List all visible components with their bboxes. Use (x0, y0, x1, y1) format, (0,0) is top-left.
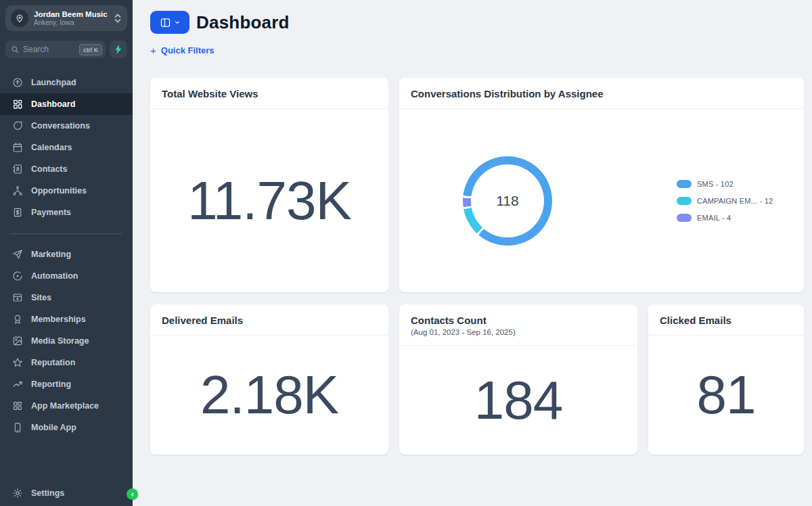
sidebar-item-calendars[interactable]: Calendars (0, 137, 133, 158)
sidebar-item-marketing[interactable]: Marketing (0, 244, 133, 265)
image-icon (12, 336, 23, 346)
chevron-down-icon (174, 19, 181, 26)
sidebar-nav-primary: Launchpad Dashboard Conversations Calend… (0, 72, 133, 223)
card-body: 2.18K (150, 336, 388, 455)
card-title: Contacts Count (411, 315, 626, 326)
sidebar: Jordan Beem Music Ankeny, Iowa Search ct… (0, 0, 133, 506)
phone-icon (12, 422, 23, 433)
sidebar-item-label: Media Storage (31, 336, 89, 346)
sidebar-item-app-marketplace[interactable]: App Marketplace (0, 395, 133, 417)
sidebar-item-reporting[interactable]: Reporting (0, 373, 133, 395)
sidebar-item-launchpad[interactable]: Launchpad (0, 72, 133, 93)
search-input[interactable]: Search ctrl K (5, 41, 106, 58)
sidebar-item-label: Settings (31, 488, 64, 498)
sidebar-item-memberships[interactable]: Memberships (0, 308, 133, 330)
sidebar-item-label: Opportunities (31, 186, 87, 196)
chevron-left-icon (130, 492, 135, 497)
lightning-bolt-icon (114, 45, 122, 54)
browser-window-icon (12, 292, 23, 303)
card-contacts-count: Contacts Count (Aug 01, 2023 - Sep 16, 2… (399, 304, 637, 455)
card-total-website-views: Total Website Views 11.73K (150, 78, 388, 292)
metric-value: 11.73K (187, 170, 351, 232)
sidebar-item-label: Memberships (31, 315, 86, 324)
card-delivered-emails: Delivered Emails 2.18K (150, 304, 388, 455)
paper-plane-icon (12, 249, 23, 260)
quick-actions-button[interactable] (110, 41, 127, 58)
legend-item[interactable]: CAMPAIGN EM... - 12 (677, 197, 773, 205)
legend-swatch (677, 214, 692, 222)
automation-icon (12, 271, 23, 281)
quick-filters-link[interactable]: + Quick Filters (150, 45, 215, 56)
chart-legend: SMS - 102 CAMPAIGN EM... - 12 EMAIL - 4 (677, 180, 773, 222)
dashboard-switcher-button[interactable] (150, 11, 189, 34)
chevron-updown-icon (114, 13, 122, 24)
card-body: 11.73K (150, 109, 388, 292)
legend-item[interactable]: EMAIL - 4 (677, 214, 773, 222)
sidebar-item-settings[interactable]: Settings (0, 483, 133, 505)
sidebar-item-automation[interactable]: Automation (0, 265, 133, 287)
sidebar-item-label: Marketing (31, 250, 71, 259)
main-content: Dashboard + Quick Filters Total Website … (133, 0, 812, 506)
sidebar-item-label: Contacts (31, 164, 67, 174)
calendar-icon (12, 142, 23, 153)
quick-filters-label: Quick Filters (161, 45, 215, 55)
launchpad-icon (12, 77, 23, 88)
card-title: Delivered Emails (162, 315, 377, 326)
card-body: 184 (399, 346, 637, 455)
cards-row-1: Total Website Views 11.73K Conversations… (150, 78, 804, 292)
card-conversations-distribution: Conversations Distribution by Assignee 1… (399, 78, 804, 292)
app-window: Jordan Beem Music Ankeny, Iowa Search ct… (0, 0, 812, 506)
page-header: Dashboard (150, 11, 804, 34)
sidebar-item-media-storage[interactable]: Media Storage (0, 330, 133, 352)
sidebar-collapse-button[interactable] (127, 488, 138, 500)
opportunities-icon (12, 185, 23, 196)
dashboard-icon (12, 99, 23, 110)
sidebar-item-sites[interactable]: Sites (0, 287, 133, 308)
card-title: Total Website Views (162, 88, 377, 99)
card-clicked-emails: Clicked Emails 81 (648, 304, 804, 455)
chat-bubble-icon (12, 120, 23, 131)
donut-chart[interactable]: 118 (463, 156, 552, 246)
legend-item[interactable]: SMS - 102 (677, 180, 773, 188)
card-date-range: (Aug 01, 2023 - Sep 16, 2025) (411, 328, 626, 336)
sidebar-item-mobile-app[interactable]: Mobile App (0, 417, 133, 438)
sidebar-item-label: Calendars (31, 143, 72, 152)
sidebar-item-opportunities[interactable]: Opportunities (0, 180, 133, 202)
sidebar-item-reputation[interactable]: Reputation (0, 352, 133, 373)
legend-label: EMAIL - 4 (697, 214, 731, 222)
sidebar-nav-secondary: Marketing Automation Sites Memberships M… (0, 244, 133, 438)
trend-up-icon (12, 379, 23, 390)
donut-center: 118 (471, 164, 544, 237)
card-body: 81 (648, 336, 804, 455)
sidebar-item-payments[interactable]: Payments (0, 202, 133, 223)
sidebar-item-contacts[interactable]: Contacts (0, 158, 133, 180)
card-header: Clicked Emails (648, 304, 804, 336)
layout-icon (160, 17, 171, 28)
contacts-book-icon (12, 164, 23, 175)
search-icon (11, 45, 19, 53)
award-ribbon-icon (12, 314, 23, 325)
grid-squares-icon (12, 400, 23, 411)
account-switcher[interactable]: Jordan Beem Music Ankeny, Iowa (5, 5, 127, 31)
sidebar-divider (11, 233, 122, 234)
account-name: Jordan Beem Music (34, 10, 108, 18)
sidebar-item-conversations[interactable]: Conversations (0, 115, 133, 137)
metric-value: 2.18K (200, 364, 338, 426)
legend-swatch (677, 180, 692, 188)
location-pin-icon (11, 9, 28, 27)
sidebar-item-dashboard[interactable]: Dashboard (0, 93, 133, 115)
card-title: Clicked Emails (660, 315, 792, 326)
card-header: Contacts Count (Aug 01, 2023 - Sep 16, 2… (399, 304, 637, 346)
sidebar-item-label: Reputation (31, 358, 75, 367)
sidebar-item-label: Automation (31, 271, 78, 281)
legend-swatch (677, 197, 692, 205)
star-icon (12, 357, 23, 368)
sidebar-item-label: Payments (31, 208, 71, 217)
sidebar-item-label: Sites (31, 293, 51, 302)
card-header: Total Website Views (150, 78, 388, 109)
sidebar-item-label: Reporting (31, 380, 71, 389)
metric-value: 184 (474, 369, 562, 432)
account-location: Ankeny, Iowa (34, 19, 108, 26)
card-title: Conversations Distribution by Assignee (411, 88, 792, 99)
plus-icon: + (150, 45, 156, 56)
